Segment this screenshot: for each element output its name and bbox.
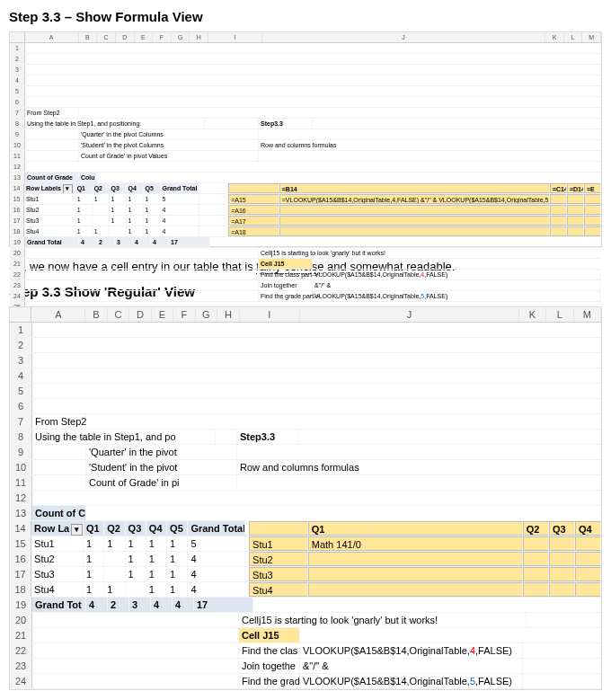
cell[interactable]: Join together — [259, 280, 313, 290]
cell[interactable]: VLOOKUP($A15&B$14,OriginalTable,5,FALSE) — [313, 291, 600, 301]
cell[interactable]: 3 — [129, 598, 151, 612]
cell[interactable] — [308, 567, 523, 581]
cell[interactable]: =D14 — [567, 183, 584, 193]
cell[interactable]: 'Student' in the pivot — [86, 460, 237, 474]
cell[interactable]: Step3.3 — [259, 119, 313, 128]
cell[interactable]: 4 — [151, 598, 173, 612]
cell[interactable]: 'Quarter' in the pivot Columns — [79, 129, 259, 139]
cell[interactable]: Q4 — [575, 521, 601, 536]
cell[interactable]: 1 — [167, 567, 188, 581]
row-hdr[interactable]: 10 — [10, 140, 25, 150]
row-hdr[interactable]: 20 — [10, 613, 32, 627]
cell[interactable]: =A15 — [228, 194, 279, 204]
cell[interactable]: 1 — [127, 226, 144, 236]
cell[interactable]: 'Quarter' in the pivot — [86, 445, 237, 459]
row-hdr[interactable]: 1 — [10, 323, 32, 337]
col-I[interactable]: I — [208, 32, 262, 42]
cell[interactable] — [575, 552, 601, 566]
cell[interactable]: Row and columns formulas — [259, 140, 313, 150]
cell[interactable]: 1 — [167, 536, 188, 551]
cell[interactable]: 4 — [151, 237, 169, 247]
cell[interactable]: 1 — [126, 552, 146, 566]
cell[interactable] — [584, 216, 601, 226]
col-J[interactable]: J — [262, 32, 545, 42]
cell[interactable] — [584, 205, 601, 215]
cell[interactable] — [567, 226, 584, 236]
cell[interactable]: Q2 — [104, 521, 125, 536]
cell[interactable]: 3 — [115, 237, 133, 247]
cell[interactable]: 1 — [127, 205, 144, 215]
cell[interactable]: VLOOKUP($A15&B$14,OriginalTable,4,FALSE) — [300, 643, 523, 658]
col-L[interactable]: L — [546, 307, 573, 322]
cell[interactable]: 5 — [188, 536, 245, 551]
cell[interactable] — [567, 194, 584, 204]
cell[interactable]: VLOOKUP($A15&B$14,OriginalTable,5,FALSE) — [300, 674, 523, 688]
cell[interactable]: Row and columns formulas — [237, 460, 298, 474]
pivot-row-header[interactable]: Row La▾ — [31, 521, 84, 536]
cell[interactable]: 1 — [75, 205, 93, 215]
cell[interactable]: Grand Total — [161, 183, 199, 193]
filter-dropdown-icon[interactable]: ▾ — [63, 184, 73, 193]
row-hdr[interactable]: 17 — [10, 216, 24, 226]
cell[interactable]: 1 — [144, 216, 161, 226]
cell[interactable]: Q2 — [523, 521, 549, 536]
row-hdr[interactable]: 8 — [10, 430, 32, 444]
cell[interactable] — [104, 567, 125, 581]
cell[interactable]: 2 — [108, 598, 129, 612]
cell[interactable]: Find the grad — [239, 674, 300, 688]
pivot-col-header[interactable]: Colu▾ — [79, 173, 97, 182]
cell[interactable] — [584, 194, 601, 204]
cell[interactable]: 1 — [126, 567, 146, 581]
cell[interactable] — [279, 205, 550, 215]
cell[interactable] — [549, 536, 575, 551]
row-hdr[interactable]: 5 — [10, 86, 25, 96]
cell[interactable]: 1 — [84, 567, 104, 581]
cell[interactable]: Grand Total — [188, 521, 245, 536]
cell[interactable]: Stu3 — [249, 567, 308, 581]
cell[interactable]: 1 — [75, 194, 93, 204]
cell[interactable]: 4 — [161, 205, 199, 215]
cell[interactable]: 1 — [146, 536, 167, 551]
cell[interactable]: =VLOOKUP($A15&B$14,OriginalTable,4,FALSE… — [279, 194, 550, 204]
cell[interactable]: 1 — [84, 552, 104, 566]
cell[interactable]: 1 — [75, 226, 93, 236]
row-hdr[interactable]: 7 — [10, 414, 32, 429]
col-A[interactable]: A — [31, 307, 85, 322]
cell[interactable]: Find the grade part-> — [259, 291, 313, 301]
cell[interactable] — [550, 194, 567, 204]
cell[interactable]: 4 — [161, 226, 199, 236]
pivot-corner[interactable]: Count of Grade — [25, 173, 79, 182]
col-F[interactable]: F — [153, 32, 172, 42]
cell[interactable]: 4 — [188, 552, 245, 566]
cell[interactable]: 1 — [144, 205, 161, 215]
cell[interactable]: Stu2 — [31, 552, 84, 566]
col-E[interactable]: E — [152, 307, 173, 322]
cell[interactable]: 1 — [110, 216, 127, 226]
cell[interactable] — [584, 226, 601, 236]
row-hdr[interactable]: 7 — [10, 108, 25, 118]
row-hdr[interactable]: 13 — [10, 173, 25, 182]
cell[interactable]: Stu1 — [31, 536, 84, 551]
row-hdr[interactable]: 24 — [10, 291, 25, 301]
col-D[interactable]: D — [129, 307, 151, 322]
cell[interactable]: Q3 — [549, 521, 575, 536]
cell[interactable] — [523, 582, 549, 597]
cell[interactable]: 1 — [84, 582, 104, 597]
cell[interactable]: 1 — [84, 536, 104, 551]
cell[interactable]: &"/" & — [300, 659, 523, 673]
cell[interactable]: Grand Tot — [32, 598, 86, 612]
cell[interactable]: Q3 — [126, 521, 146, 536]
row-hdr[interactable]: 2 — [10, 54, 25, 64]
cell[interactable]: 5 — [161, 194, 199, 204]
cell[interactable]: Find the clas — [239, 643, 300, 658]
cell[interactable]: From Step2 — [32, 414, 86, 429]
row-hdr[interactable]: 15 — [10, 536, 31, 551]
row-hdr[interactable]: 12 — [10, 491, 32, 505]
cell[interactable] — [308, 552, 523, 566]
row-hdr[interactable]: 16 — [10, 552, 31, 566]
cell[interactable]: Stu2 — [24, 205, 75, 215]
row-hdr[interactable]: 16 — [10, 205, 24, 215]
cell[interactable]: 4 — [133, 237, 151, 247]
cell[interactable] — [523, 567, 549, 581]
col-A[interactable]: A — [25, 32, 79, 42]
